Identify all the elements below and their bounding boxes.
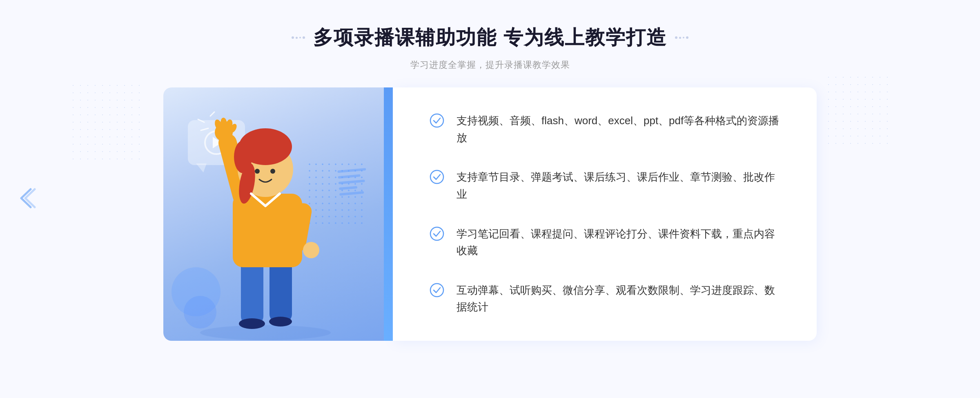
feature-item-3: 学习笔记回看、课程提问、课程评论打分、课件资料下载，重点内容收藏 bbox=[430, 226, 780, 259]
page-title: 多项录播课辅助功能 专为线上教学打造 bbox=[313, 25, 666, 51]
check-icon-2 bbox=[430, 170, 444, 184]
svg-point-18 bbox=[255, 169, 260, 174]
dot-3 bbox=[299, 37, 301, 38]
dot-6 bbox=[679, 37, 681, 39]
feature-item-1: 支持视频、音频、flash、word、excel、ppt、pdf等各种格式的资源… bbox=[430, 112, 780, 146]
feature-item-2: 支持章节目录、弹题考试、课后练习、课后作业、章节测验、批改作业 bbox=[430, 169, 780, 203]
header-section: 多项录播课辅助功能 专为线上教学打造 学习进度全掌握，提升录播课教学效果 bbox=[292, 0, 688, 71]
svg-point-4 bbox=[269, 317, 292, 326]
dot-7 bbox=[683, 37, 684, 38]
feature-text-4: 互动弹幕、试听购买、微信分享、观看次数限制、学习进度跟踪、数据统计 bbox=[457, 282, 780, 316]
svg-point-23 bbox=[430, 114, 443, 127]
title-decorator-right bbox=[675, 36, 688, 39]
svg-line-22 bbox=[201, 128, 208, 130]
svg-point-19 bbox=[270, 169, 275, 174]
svg-point-26 bbox=[430, 284, 443, 297]
dot-1 bbox=[292, 36, 294, 39]
check-icon-3 bbox=[430, 226, 444, 241]
illustration-card bbox=[163, 87, 384, 341]
feature-item-4: 互动弹幕、试听购买、微信分享、观看次数限制、学习进度跟踪、数据统计 bbox=[430, 282, 780, 316]
title-decorator-left bbox=[292, 36, 305, 39]
svg-line-20 bbox=[210, 112, 214, 116]
svg-point-24 bbox=[430, 170, 443, 183]
dot-pattern-left bbox=[69, 82, 143, 163]
check-icon-1 bbox=[430, 113, 444, 128]
svg-rect-1 bbox=[241, 259, 263, 324]
dot-5 bbox=[675, 36, 677, 39]
page-wrapper: 多项录播课辅助功能 专为线上教学打造 学习进度全掌握，提升录播课教学效果 bbox=[0, 0, 980, 398]
svg-line-21 bbox=[198, 119, 204, 122]
page-chevron-decoration[interactable] bbox=[16, 186, 37, 212]
svg-point-25 bbox=[430, 227, 443, 240]
feature-text-3: 学习笔记回看、课程提问、课程评论打分、课件资料下载，重点内容收藏 bbox=[457, 226, 780, 259]
svg-point-0 bbox=[200, 325, 331, 340]
header-title-row: 多项录播课辅助功能 专为线上教学打造 bbox=[292, 25, 688, 51]
page-subtitle: 学习进度全掌握，提升录播课教学效果 bbox=[292, 59, 688, 71]
feature-text-1: 支持视频、音频、flash、word、excel、ppt、pdf等各种格式的资源… bbox=[457, 112, 780, 146]
dot-4 bbox=[303, 36, 305, 39]
dot-8 bbox=[686, 36, 688, 39]
feature-text-2: 支持章节目录、弹题考试、课后练习、课后作业、章节测验、批改作业 bbox=[457, 169, 780, 203]
svg-point-3 bbox=[239, 318, 265, 329]
person-illustration bbox=[176, 104, 372, 341]
side-connector-bar bbox=[384, 87, 393, 341]
svg-point-13 bbox=[303, 242, 319, 258]
features-card: 支持视频、音频、flash、word、excel、ppt、pdf等各种格式的资源… bbox=[393, 87, 817, 341]
svg-rect-2 bbox=[270, 259, 292, 322]
check-icon-4 bbox=[430, 283, 444, 297]
card-container: 支持视频、音频、flash、word、excel、ppt、pdf等各种格式的资源… bbox=[163, 87, 817, 341]
dot-2 bbox=[296, 37, 298, 39]
dot-pattern-right bbox=[825, 74, 890, 147]
